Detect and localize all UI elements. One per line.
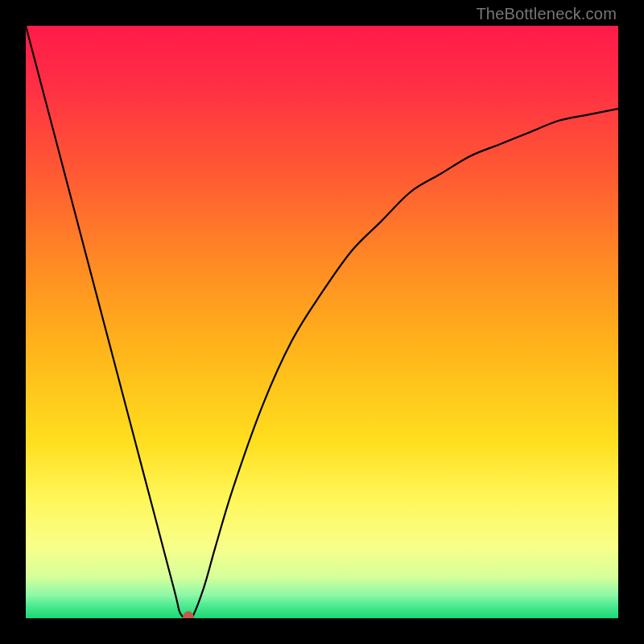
watermark-text: TheBottleneck.com xyxy=(476,5,617,23)
plot-area xyxy=(26,26,618,618)
chart-frame: TheBottleneck.com xyxy=(0,0,644,644)
curve-layer xyxy=(26,26,618,618)
bottleneck-curve xyxy=(26,26,618,618)
